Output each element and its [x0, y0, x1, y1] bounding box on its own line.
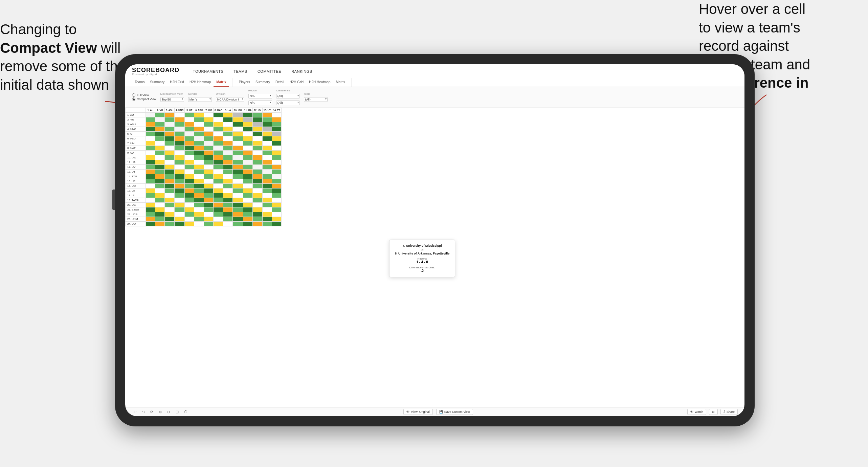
matrix-cell[interactable] — [165, 141, 175, 146]
matrix-cell[interactable] — [204, 188, 214, 193]
matrix-cell[interactable] — [253, 155, 262, 160]
matrix-cell[interactable] — [253, 174, 262, 179]
matrix-cell[interactable] — [175, 151, 185, 155]
matrix-cell[interactable] — [233, 122, 243, 127]
sub-nav-summary1[interactable]: Summary — [147, 78, 167, 87]
matrix-cell[interactable] — [262, 146, 272, 151]
matrix-cell[interactable] — [253, 217, 262, 222]
matrix-cell[interactable] — [253, 146, 262, 151]
matrix-cell[interactable] — [233, 151, 243, 155]
matrix-cell[interactable] — [223, 165, 233, 170]
matrix-cell[interactable] — [243, 122, 253, 127]
matrix-cell[interactable] — [155, 203, 165, 207]
matrix-cell[interactable] — [233, 117, 243, 122]
matrix-cell[interactable] — [204, 222, 214, 226]
matrix-cell[interactable] — [272, 160, 281, 165]
reset-button[interactable]: ⟳ — [149, 409, 155, 415]
matrix-cell[interactable] — [146, 141, 155, 146]
matrix-cell[interactable] — [204, 212, 214, 217]
matrix-cell[interactable] — [214, 155, 223, 160]
sub-nav-matrix2[interactable]: Matrix — [333, 78, 348, 87]
matrix-cell[interactable] — [243, 170, 253, 174]
matrix-cell[interactable] — [214, 174, 223, 179]
team-select[interactable]: (All) — [304, 97, 328, 102]
matrix-cell[interactable] — [253, 122, 262, 127]
matrix-cell[interactable] — [272, 113, 281, 117]
matrix-cell[interactable] — [165, 174, 175, 179]
matrix-cell[interactable] — [155, 127, 165, 132]
matrix-cell[interactable] — [214, 165, 223, 170]
matrix-cell[interactable] — [185, 117, 194, 122]
matrix-cell[interactable] — [155, 151, 165, 155]
matrix-cell[interactable] — [253, 179, 262, 184]
matrix-cell[interactable] — [146, 165, 155, 170]
matrix-cell[interactable] — [155, 193, 165, 198]
matrix-cell[interactable] — [175, 155, 185, 160]
matrix-cell[interactable] — [262, 155, 272, 160]
matrix-cell[interactable] — [165, 146, 175, 151]
matrix-cell[interactable] — [204, 155, 214, 160]
matrix-cell[interactable] — [262, 136, 272, 141]
matrix-cell[interactable] — [243, 141, 253, 146]
matrix-cell[interactable] — [214, 188, 223, 193]
matrix-cell[interactable] — [223, 136, 233, 141]
matrix-cell[interactable] — [175, 212, 185, 217]
share-button[interactable]: ⤴ Share — [720, 409, 738, 415]
matrix-cell[interactable] — [214, 179, 223, 184]
matrix-cell[interactable] — [204, 203, 214, 207]
matrix-cell[interactable] — [194, 122, 204, 127]
matrix-scroll[interactable]: 1. AU2. VU3. ASU4. UNC5. UT6. FSU7. UM8.… — [125, 108, 744, 407]
matrix-cell[interactable] — [253, 136, 262, 141]
matrix-cell[interactable] — [272, 179, 281, 184]
matrix-cell[interactable] — [194, 170, 204, 174]
matrix-cell[interactable] — [253, 193, 262, 198]
matrix-cell[interactable] — [194, 141, 204, 146]
matrix-cell[interactable] — [165, 132, 175, 136]
matrix-cell[interactable] — [253, 127, 262, 132]
matrix-cell[interactable] — [272, 198, 281, 203]
matrix-cell[interactable] — [146, 207, 155, 212]
matrix-cell[interactable] — [165, 160, 175, 165]
sub-nav-summary2[interactable]: Summary — [253, 78, 273, 87]
matrix-cell[interactable] — [146, 217, 155, 222]
matrix-cell[interactable] — [214, 203, 223, 207]
matrix-cell[interactable] — [175, 222, 185, 226]
matrix-cell[interactable] — [175, 203, 185, 207]
radio-compact-view[interactable]: Compact View — [132, 97, 156, 101]
matrix-cell[interactable] — [146, 113, 155, 117]
fit-button[interactable]: ⊡ — [174, 409, 180, 415]
matrix-cell[interactable] — [165, 165, 175, 170]
matrix-cell[interactable] — [194, 113, 204, 117]
matrix-cell[interactable] — [175, 132, 185, 136]
matrix-cell[interactable] — [155, 117, 165, 122]
matrix-cell[interactable] — [185, 132, 194, 136]
matrix-cell[interactable] — [165, 155, 175, 160]
matrix-cell[interactable] — [223, 122, 233, 127]
matrix-cell[interactable] — [223, 184, 233, 188]
matrix-cell[interactable] — [146, 122, 155, 127]
matrix-cell[interactable] — [204, 193, 214, 198]
matrix-cell[interactable] — [146, 170, 155, 174]
matrix-cell[interactable] — [214, 117, 223, 122]
matrix-cell[interactable] — [233, 179, 243, 184]
matrix-cell[interactable] — [146, 151, 155, 155]
sub-nav-h2hgrid1[interactable]: H2H Grid — [167, 78, 187, 87]
matrix-cell[interactable] — [175, 127, 185, 132]
matrix-cell[interactable] — [175, 141, 185, 146]
matrix-cell[interactable] — [204, 146, 214, 151]
matrix-cell[interactable] — [175, 188, 185, 193]
matrix-cell[interactable] — [253, 212, 262, 217]
matrix-cell[interactable] — [272, 207, 281, 212]
matrix-cell[interactable] — [243, 212, 253, 217]
matrix-cell[interactable] — [175, 198, 185, 203]
matrix-cell[interactable] — [253, 132, 262, 136]
matrix-cell[interactable] — [233, 136, 243, 141]
matrix-cell[interactable] — [185, 151, 194, 155]
matrix-cell[interactable] — [243, 198, 253, 203]
conference-select2[interactable]: (All) — [276, 101, 300, 105]
matrix-cell[interactable] — [262, 165, 272, 170]
matrix-cell[interactable] — [204, 217, 214, 222]
matrix-cell[interactable] — [204, 198, 214, 203]
matrix-cell[interactable] — [146, 155, 155, 160]
matrix-cell[interactable] — [185, 146, 194, 151]
